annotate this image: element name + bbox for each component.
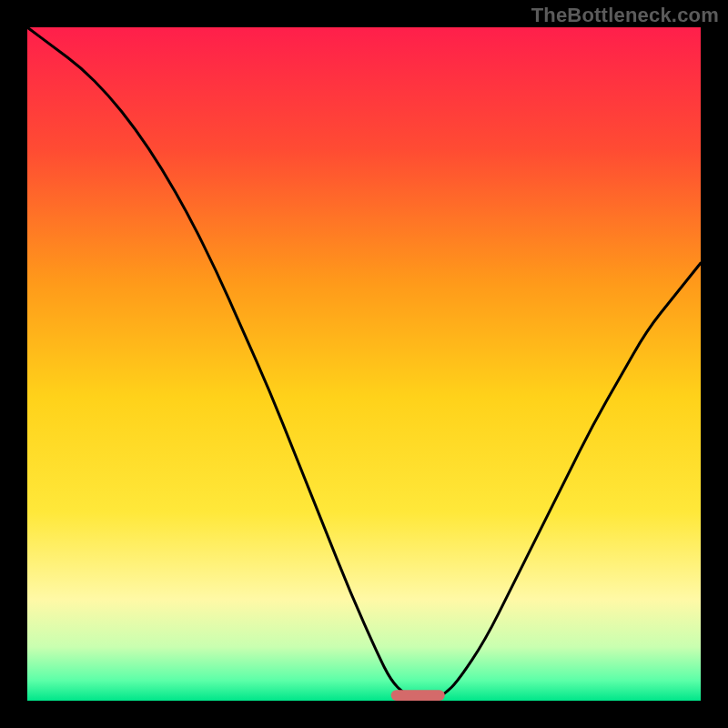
watermark-text: TheBottleneck.com [531,4,719,27]
plot-area [27,27,701,701]
gradient-background [27,27,701,701]
optimum-marker [391,690,445,701]
bottleneck-chart [27,27,701,701]
chart-frame: TheBottleneck.com [0,0,728,728]
